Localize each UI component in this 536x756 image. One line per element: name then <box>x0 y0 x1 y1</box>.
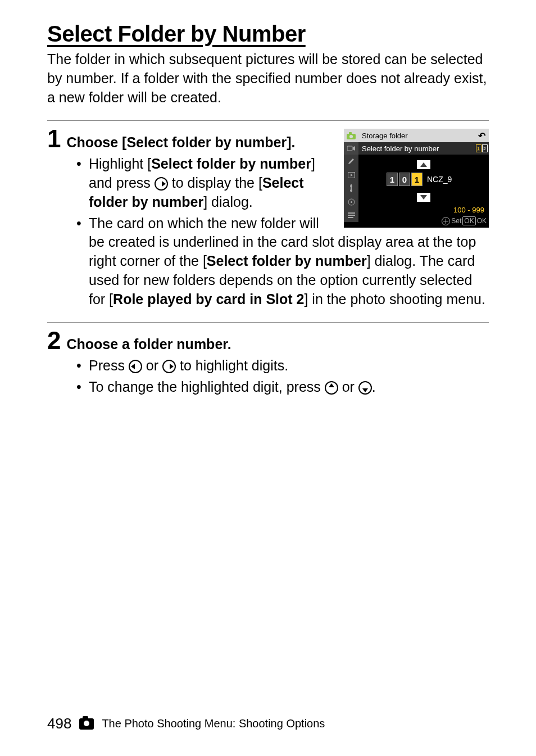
step1-bullet-2: The card on which the new folder will be… <box>76 214 489 309</box>
intro-text: The folder in which subsequent pictures … <box>47 50 489 107</box>
step1-bullet-1: Highlight [Select folder by number] and … <box>76 155 489 211</box>
video-icon <box>344 142 358 155</box>
svg-point-2 <box>349 135 353 138</box>
step-1: Storage folder ↶ Select folder by number… <box>47 120 489 311</box>
left-icon <box>129 360 142 373</box>
footer-section: The Photo Shooting Menu: Shooting Option… <box>102 717 325 730</box>
page-title: Select Folder by Number <box>47 21 489 47</box>
right-icon <box>155 177 168 191</box>
card-slot-indicator: 1 2 <box>476 144 488 152</box>
step-title: Choose [Select folder by number]. <box>66 134 295 151</box>
footer-camera-icon <box>79 718 94 730</box>
right-icon <box>162 360 176 373</box>
up-icon <box>325 381 338 395</box>
svg-rect-3 <box>347 146 352 151</box>
step-number: 1 <box>47 126 61 151</box>
step-number: 2 <box>47 328 61 353</box>
screen-header: Storage folder <box>358 132 474 140</box>
svg-rect-1 <box>349 132 352 134</box>
camera-icon <box>344 129 358 142</box>
step-title: Choose a folder number. <box>66 336 231 352</box>
footer: 498 The Photo Shooting Menu: Shooting Op… <box>47 715 489 732</box>
step2-bullet-2: To change the highlighted digit, press o… <box>76 378 489 397</box>
step2-bullet-1: Press or to highlight digits. <box>76 356 489 375</box>
step-2: 2 Choose a folder number. Press or to hi… <box>47 322 489 397</box>
back-icon[interactable]: ↶ <box>474 130 489 141</box>
page-number: 498 <box>47 715 71 732</box>
screen-subheader: Select folder by number <box>358 144 474 153</box>
down-icon <box>358 381 372 395</box>
